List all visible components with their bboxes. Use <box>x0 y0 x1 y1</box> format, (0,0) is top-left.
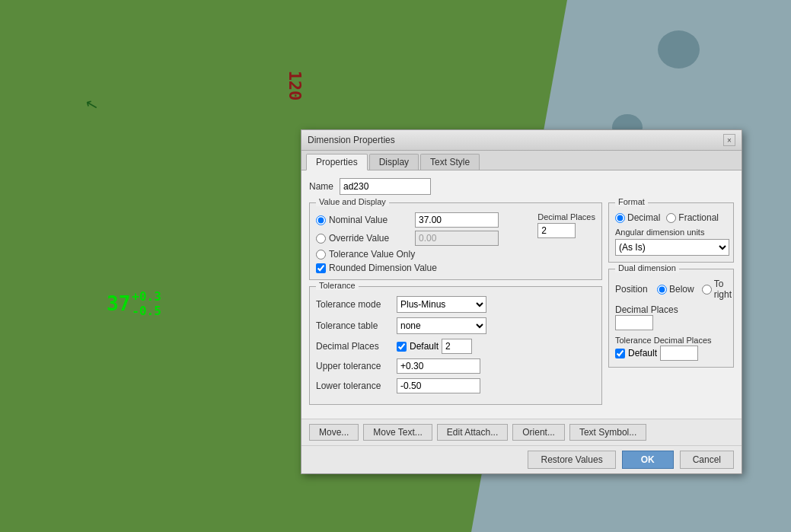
dialog-body: Name Value and Display <box>301 170 742 419</box>
value-display-legend: Value and Display <box>316 197 389 206</box>
below-radio-label: Below <box>657 284 694 295</box>
dual-dimension-group: Dual dimension Position Below To right <box>608 269 734 368</box>
nominal-label: Nominal Value <box>316 215 415 225</box>
tab-display[interactable]: Display <box>369 154 419 170</box>
dual-tol-default-checkbox[interactable] <box>615 349 625 358</box>
dual-tol-input[interactable] <box>660 346 698 361</box>
override-row: Override Value <box>316 231 530 246</box>
tol-default-label: Default <box>410 341 439 352</box>
nominal-radio[interactable] <box>316 215 326 225</box>
dual-dimension-legend: Dual dimension <box>615 263 679 272</box>
dual-tol-check-row: Default <box>615 346 727 361</box>
edit-attach-button[interactable]: Edit Attach... <box>437 424 508 441</box>
move-button[interactable]: Move... <box>309 424 359 441</box>
annotation-tol-upper: +0.3 <box>132 289 161 304</box>
dual-decimal-label: Decimal Places <box>615 304 678 315</box>
angular-select[interactable]: (As Is) <box>615 239 729 256</box>
dual-decimal-input[interactable] <box>615 315 653 330</box>
tol-decimal-places-label: Decimal Places <box>316 341 392 352</box>
lower-tol-label: Lower tolerance <box>316 381 392 391</box>
move-text-button[interactable]: Move Text... <box>363 424 432 441</box>
dual-dimension-content: Position Below To right Decimal Pl <box>609 269 733 367</box>
dialog-title: Dimension Properties <box>308 135 395 145</box>
upper-tol-label: Upper tolerance <box>316 361 392 371</box>
decimal-radio[interactable] <box>615 213 625 223</box>
tol-table-label: Tolerance table <box>316 320 392 331</box>
rounded-checkbox[interactable] <box>316 263 326 273</box>
override-radio[interactable] <box>316 234 326 244</box>
ok-cancel-row: Restore Values OK Cancel <box>301 445 742 473</box>
tol-table-select[interactable]: none <box>397 317 486 334</box>
dual-decimal-section: Decimal Places <box>615 304 727 335</box>
rounded-label: Rounded Dimension Value <box>316 263 437 273</box>
angular-label: Angular dimension units <box>615 228 727 237</box>
annotation-tol-lower: -0.5 <box>132 304 161 318</box>
format-content: Decimal Fractional Angular dimension uni… <box>609 203 733 262</box>
dialog-titlebar: Dimension Properties × <box>301 130 742 151</box>
decimal-radio-label: Decimal <box>615 212 660 223</box>
tab-properties[interactable]: Properties <box>306 154 368 170</box>
cancel-button[interactable]: Cancel <box>680 451 734 469</box>
dialog-close-button[interactable]: × <box>723 134 735 146</box>
lower-tol-input[interactable] <box>397 378 480 393</box>
override-input[interactable] <box>415 231 499 246</box>
dual-tol-default-label: Default <box>628 348 657 358</box>
tol-dec-places-label: Tolerance Decimal Places <box>615 336 712 345</box>
tol-mode-select[interactable]: Plus-Minus <box>397 296 486 313</box>
nominal-row: Nominal Value <box>316 212 530 228</box>
decimal-places-input[interactable] <box>537 223 576 238</box>
format-radio-row: Decimal Fractional <box>615 212 727 223</box>
nominal-input[interactable] <box>415 212 499 228</box>
hole-1 <box>658 30 700 68</box>
below-radio[interactable] <box>657 285 667 295</box>
lower-tol-row: Lower tolerance <box>316 378 595 393</box>
name-input[interactable] <box>340 178 431 195</box>
bottom-buttons: Move... Move Text... Edit Attach... Orie… <box>301 419 742 445</box>
tolerance-only-radio[interactable] <box>316 250 326 260</box>
name-row: Name <box>309 178 734 195</box>
value-display-content: Nominal Value Override Value <box>310 203 601 279</box>
dual-tol-section: Tolerance Decimal Places Default <box>615 335 727 361</box>
dialog-tabs: Properties Display Text Style <box>301 151 742 170</box>
override-label: Override Value <box>316 233 415 244</box>
tol-mode-label: Tolerance mode <box>316 299 392 310</box>
tab-text-style[interactable]: Text Style <box>420 154 480 170</box>
format-legend: Format <box>615 197 648 206</box>
tolerance-only-row: Tolerance Value Only <box>316 249 530 260</box>
dimension-properties-dialog: Dimension Properties × Properties Displa… <box>301 129 742 474</box>
dimension-annotation: 37 +0.3 -0.5 <box>107 289 161 318</box>
text-symbol-button[interactable]: Text Symbol... <box>569 424 646 441</box>
value-display-group: Value and Display Nominal Value <box>309 202 602 280</box>
upper-tol-row: Upper tolerance <box>316 358 595 374</box>
orient-button[interactable]: Orient... <box>512 424 565 441</box>
annotation-main: 37 <box>107 292 130 315</box>
format-group: Format Decimal Fractional <box>608 202 734 263</box>
tolerance-legend: Tolerance <box>316 281 359 290</box>
rounded-row: Rounded Dimension Value <box>316 263 530 273</box>
tolerance-group: Tolerance Tolerance mode Plus-Minus Tole… <box>309 286 602 405</box>
to-right-radio[interactable] <box>702 285 712 295</box>
left-column: Value and Display Nominal Value <box>309 202 602 411</box>
tol-decimal-check: Default <box>397 339 472 354</box>
upper-tol-input[interactable] <box>397 358 480 374</box>
tol-mode-row: Tolerance mode Plus-Minus <box>316 296 595 313</box>
main-columns: Value and Display Nominal Value <box>309 202 734 411</box>
right-column: Format Decimal Fractional <box>608 202 734 411</box>
fractional-radio-label: Fractional <box>666 212 719 223</box>
tol-default-checkbox[interactable] <box>397 342 407 352</box>
tolerance-content: Tolerance mode Plus-Minus Tolerance tabl… <box>310 287 601 404</box>
name-label: Name <box>309 181 333 192</box>
tol-decimal-row: Decimal Places Default <box>316 339 595 354</box>
restore-button[interactable]: Restore Values <box>528 451 615 469</box>
fractional-radio[interactable] <box>666 213 676 223</box>
to-right-radio-label: To right <box>702 279 732 300</box>
dual-pos-row: Position Below To right <box>615 279 727 300</box>
tolerance-only-label: Tolerance Value Only <box>316 249 415 260</box>
decimal-places-label: Decimal Places <box>537 212 595 221</box>
dual-position-label: Position <box>615 284 649 295</box>
tol-table-row: Tolerance table none <box>316 317 595 334</box>
tol-decimal-input[interactable] <box>442 339 472 354</box>
dimension-label-120: 120 <box>285 71 305 101</box>
decimal-places-section: Decimal Places <box>537 212 595 238</box>
ok-button[interactable]: OK <box>622 451 674 469</box>
